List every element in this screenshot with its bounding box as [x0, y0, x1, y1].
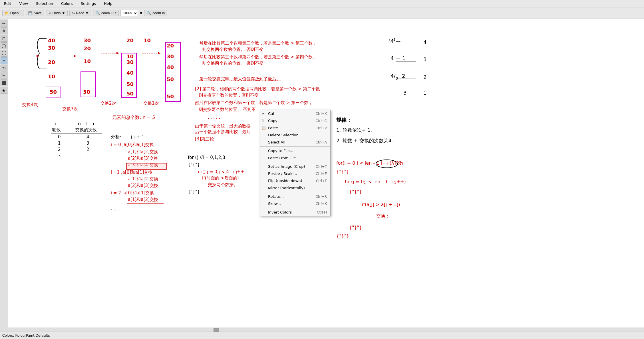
tool-ellipse[interactable]: ◯ — [1, 42, 7, 49]
context-set-as-image-label: Set as Image (Crop) — [268, 164, 305, 169]
tool-rect[interactable]: ◻ — [1, 35, 7, 42]
context-copy-to-file[interactable]: Copy to File... — [260, 147, 330, 154]
horizontal-scrollbar[interactable] — [8, 328, 644, 332]
svg-text:2: 2 — [86, 147, 89, 152]
svg-text:50: 50 — [167, 76, 174, 82]
scrollbar-thumb[interactable] — [214, 328, 219, 332]
redo-button[interactable]: ↪ Redo ▼ — [69, 10, 91, 16]
context-paste-label: Paste — [268, 126, 278, 130]
zoom-out-button[interactable]: 🔍 Zoom Out — [93, 10, 119, 16]
svg-text:交换4次: 交换4次 — [22, 102, 38, 107]
svg-text:· · · · ·: · · · · · — [208, 116, 220, 121]
zoom-level-select[interactable]: 100% 50% 200% — [120, 10, 138, 16]
svg-text:分析:: 分析: — [111, 134, 121, 139]
tool-eraser[interactable]: ◈ — [1, 87, 7, 94]
menu-view[interactable]: View — [17, 1, 30, 6]
svg-text:交换的次数: 交换的次数 — [75, 127, 97, 132]
svg-text:交换两个数据。: 交换两个数据。 — [208, 182, 238, 187]
open-button[interactable]: 📂 Open... — [2, 10, 24, 16]
svg-text:交换1次: 交换1次 — [143, 101, 159, 106]
context-rotate[interactable]: Rotate... Ctrl+R — [260, 193, 330, 200]
svg-text:1. 轮数依次+ 1。: 1. 轮数依次+ 1。 — [336, 127, 375, 133]
svg-text:交换3次: 交换3次 — [62, 106, 78, 111]
svg-text:3: 3 — [58, 153, 61, 158]
svg-text:for ()   //i = 0,1,2,3: for () //i = 0,1,2,3 — [188, 155, 225, 160]
svg-text:20: 20 — [167, 43, 174, 49]
svg-text:第一轮交换完毕，最大值值存放到了最后。: 第一轮交换完毕，最大值值存放到了最后。 — [199, 76, 281, 81]
tool-text[interactable]: A — [1, 27, 7, 34]
context-separator-3 — [260, 192, 330, 192]
svg-text:3: 3 — [423, 56, 426, 62]
context-select-all[interactable]: Select All Ctrl+A — [260, 139, 330, 146]
svg-text:j    j + 1: j j + 1 — [130, 134, 144, 139]
context-separator-4 — [260, 208, 330, 208]
svg-text:2: 2 — [58, 147, 61, 152]
tool-pen[interactable]: ✏ — [1, 20, 7, 27]
tool-cut[interactable]: ✂ — [1, 72, 7, 79]
context-resize-scale[interactable]: Resize / Scale... Ctrl+E — [260, 170, 330, 177]
svg-text:2: 2 — [402, 73, 405, 79]
context-mirror-label: Mirror (horizontally) — [268, 186, 305, 190]
tool-fill[interactable]: ⬛ — [1, 79, 7, 86]
context-flip[interactable]: Flip (upside down) Ctrl+F — [260, 177, 330, 184]
context-resize-scale-label: Resize / Scale... — [268, 172, 297, 176]
svg-text:a[1]和a[2]交换: a[1]和a[2]交换 — [128, 149, 158, 154]
save-icon: 💾 — [28, 11, 33, 15]
context-set-as-image-shortcut: Ctrl+T — [316, 165, 327, 169]
svg-text:交换；: 交换； — [376, 213, 390, 219]
tool-rotate[interactable]: ⟲ — [1, 65, 7, 71]
context-mirror[interactable]: Mirror (horizontally) — [260, 184, 330, 192]
canvas-area[interactable]: 40 30 20 10 30 20 20 10 10 10 50 50 50 5… — [8, 19, 644, 332]
svg-text:{"{"}: {"{"} — [188, 162, 200, 167]
save-button[interactable]: 💾 Save — [26, 10, 44, 16]
context-skew-label: Skew... — [268, 202, 281, 206]
statusbar: Colors: KolourPaint Defaults — [0, 332, 644, 339]
svg-text:4: 4 — [86, 134, 89, 139]
statusbar-text: Colors: KolourPaint Defaults — [2, 334, 50, 338]
svg-text:20: 20 — [48, 59, 55, 65]
zoom-in-button[interactable]: 🔍 Zoom In — [144, 10, 167, 16]
context-separator-2 — [260, 162, 330, 162]
toolbar: 📂 Open... 💾 Save ↩ Undo ▼ ↪ Redo ▼ 🔍 Zoo… — [0, 7, 644, 19]
svg-text:50: 50 — [83, 89, 90, 95]
context-flip-label: Flip (upside down) — [268, 179, 302, 183]
context-rotate-label: Rotate... — [268, 194, 284, 199]
context-cut-label: Cut — [268, 111, 274, 116]
tool-move[interactable]: ⌖ — [1, 57, 7, 64]
svg-text:10: 10 — [84, 58, 91, 64]
svg-text:50: 50 — [167, 93, 174, 99]
context-cut[interactable]: ✂ Cut Ctrl+X — [260, 110, 330, 117]
svg-text:if(a[j]  > a[j + 1]): if(a[j] > a[j + 1]) — [362, 202, 400, 207]
svg-marker-5 — [116, 52, 119, 54]
svg-text:3: 3 — [86, 141, 89, 146]
menu-colors[interactable]: Colors — [59, 1, 75, 6]
context-invert-colors[interactable]: Invert Colors Ctrl+I — [260, 209, 330, 216]
context-paste[interactable]: 📋 Paste Ctrl+V — [260, 124, 330, 131]
svg-text:4 — 1: 4 — 1 — [391, 55, 405, 61]
svg-text:{"}"}: {"}"} — [336, 233, 349, 239]
context-set-as-image[interactable]: Set as Image (Crop) Ctrl+T — [260, 163, 330, 170]
context-delete-selection[interactable]: Delete Selection — [260, 131, 330, 139]
undo-button[interactable]: ↩ Undo ▼ — [46, 10, 68, 16]
zoom-in-icon: 🔍 — [147, 11, 151, 15]
svg-text:30: 30 — [167, 53, 174, 59]
context-paste-from-file[interactable]: Paste From File... — [260, 154, 330, 161]
svg-text:` ` `: ` ` ` — [111, 209, 120, 214]
menu-edit[interactable]: Edit — [2, 1, 13, 6]
context-copy[interactable]: ⎘ Copy Ctrl+C — [260, 117, 330, 124]
tool-select[interactable]: ⛶ — [1, 50, 7, 57]
svg-text:20: 20 — [126, 37, 134, 43]
svg-text:元素的总个数: n = 5: 元素的总个数: n = 5 — [112, 115, 155, 120]
menu-selection[interactable]: Selection — [34, 1, 55, 6]
svg-text:for()  j = 0;j < 4 - i;j++: for() j = 0;j < 4 - i;j++ — [196, 169, 244, 174]
svg-text:4/: 4/ — [391, 73, 396, 79]
context-skew[interactable]: Skew... Ctrl+K — [260, 200, 330, 207]
menu-settings[interactable]: Settings — [79, 1, 98, 6]
menu-help[interactable]: Help — [102, 1, 114, 6]
canvas-content: 40 30 20 10 30 20 20 10 10 10 50 50 50 5… — [8, 19, 644, 332]
svg-text:10: 10 — [48, 73, 55, 79]
svg-text:i: i — [55, 121, 56, 126]
svg-text:30: 30 — [126, 59, 134, 65]
svg-text:n - 1 - i: n - 1 - i — [78, 121, 94, 126]
open-icon: 📂 — [5, 11, 9, 15]
